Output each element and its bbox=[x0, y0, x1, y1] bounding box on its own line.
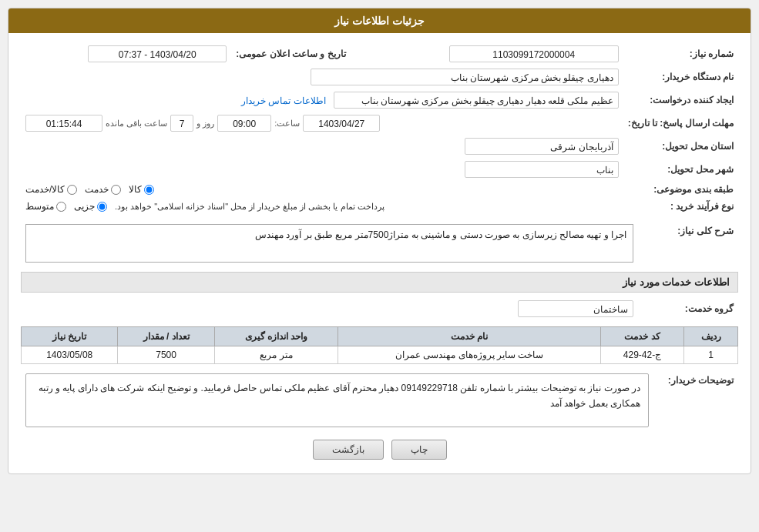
need-number-value: 1103099172000004 bbox=[449, 45, 619, 62]
response-days-label: روز و bbox=[196, 119, 214, 129]
response-remaining-label: ساعت باقی مانده bbox=[106, 119, 167, 129]
process-note: پرداخت تمام یا بخشی از مبلغ خریدار از مح… bbox=[115, 202, 385, 212]
response-days-value: 7 bbox=[170, 115, 193, 132]
service-group-label: گروه خدمت: bbox=[638, 297, 738, 320]
cell-code: ج-42-429 bbox=[601, 346, 684, 364]
print-button[interactable]: چاپ bbox=[391, 440, 447, 460]
services-section-title: اطلاعات خدمات مورد نیاز bbox=[21, 272, 738, 293]
page-header: جزئیات اطلاعات نیاز bbox=[8, 8, 751, 33]
info-table: شماره نیاز: 1103099172000004 تاریخ و ساع… bbox=[21, 42, 738, 215]
cell-date: 1403/05/08 bbox=[22, 346, 118, 364]
cell-name: ساخت سایر پروژه‌های مهندسی عمران bbox=[338, 346, 601, 364]
page-title: جزئیات اطلاعات نیاز bbox=[334, 15, 425, 27]
need-description-label: شرح کلی نیاز: bbox=[638, 221, 738, 266]
subject-label: طبقه بندی موضوعی: bbox=[623, 181, 738, 198]
creator-value: عظیم ملکی قلعه دهیار دهیاری چیقلو بخش مر… bbox=[334, 92, 619, 109]
need-number-label: شماره نیاز: bbox=[623, 42, 738, 65]
creator-contact-link[interactable]: اطلاعات تماس خریدار bbox=[241, 95, 326, 106]
back-button[interactable]: بازگشت bbox=[313, 440, 384, 460]
service-group-value: ساختمان bbox=[518, 300, 633, 317]
date-announce-label: تاریخ و ساعت اعلان عمومی: bbox=[231, 42, 368, 65]
col-header-qty: تعداد / مقدار bbox=[118, 327, 214, 346]
response-deadline-label: مهلت ارسال پاسخ: تا تاریخ: bbox=[623, 112, 738, 135]
response-date-value: 1403/04/27 bbox=[303, 115, 380, 132]
subject-option-service[interactable]: خدمت bbox=[85, 184, 121, 195]
col-header-row: ردیف bbox=[684, 327, 738, 346]
col-header-date: تاریخ نیاز bbox=[22, 327, 118, 346]
table-row: 1 ج-42-429 ساخت سایر پروژه‌های مهندسی عم… bbox=[22, 346, 738, 364]
creator-label: ایجاد کننده درخواست: bbox=[623, 89, 738, 112]
buyer-notes-table: توضیحات خریدار: در صورت نیاز به توضیحات … bbox=[21, 370, 738, 430]
subject-option-goods[interactable]: کالا bbox=[129, 184, 154, 195]
cell-unit: متر مربع bbox=[214, 346, 338, 364]
col-header-unit: واحد اندازه گیری bbox=[214, 327, 338, 346]
delivery-province-label: استان محل تحویل: bbox=[623, 135, 738, 158]
date-announce-value: 1403/04/20 - 07:37 bbox=[88, 45, 227, 62]
response-time-value: 09:00 bbox=[217, 115, 271, 132]
need-description-value: اجرا و تهیه مصالح زیرسازی به صورت دستی و… bbox=[25, 224, 633, 263]
process-option-medium[interactable]: جزیی bbox=[74, 201, 107, 212]
buyer-org-value: دهیاری چیقلو بخش مرکزی شهرستان بناب bbox=[311, 69, 619, 85]
process-option-full[interactable]: متوسط bbox=[25, 201, 66, 212]
service-group-table: گروه خدمت: ساختمان bbox=[21, 297, 738, 320]
buyer-notes-label: توضیحات خریدار: bbox=[653, 370, 738, 430]
col-header-name: نام خدمت bbox=[338, 327, 601, 346]
subject-option-service-goods[interactable]: کالا/خدمت bbox=[25, 184, 77, 195]
need-description-table: شرح کلی نیاز: اجرا و تهیه مصالح زیرسازی … bbox=[21, 221, 738, 266]
response-time-label: ساعت: bbox=[274, 119, 300, 129]
services-data-table: ردیف کد خدمت نام خدمت واحد اندازه گیری ت… bbox=[21, 326, 738, 364]
delivery-province-value: آذربایجان شرقی bbox=[465, 138, 619, 155]
delivery-city-label: شهر محل تحویل: bbox=[623, 158, 738, 181]
delivery-city-value: بناب bbox=[465, 161, 619, 178]
response-remaining-value: 01:15:44 bbox=[25, 115, 102, 132]
process-radio-group: متوسط جزیی bbox=[25, 201, 107, 212]
col-header-code: کد خدمت bbox=[601, 327, 684, 346]
cell-qty: 7500 bbox=[118, 346, 214, 364]
buyer-notes-value: در صورت نیاز به توضیحات بیشتر با شماره ت… bbox=[25, 373, 649, 427]
process-label: نوع فرآیند خرید : bbox=[623, 198, 738, 215]
subject-radio-group: کالا/خدمت خدمت کالا bbox=[25, 184, 619, 195]
cell-row: 1 bbox=[684, 346, 738, 364]
button-row: چاپ بازگشت bbox=[21, 440, 738, 460]
buyer-org-label: نام دستگاه خریدار: bbox=[623, 65, 738, 89]
